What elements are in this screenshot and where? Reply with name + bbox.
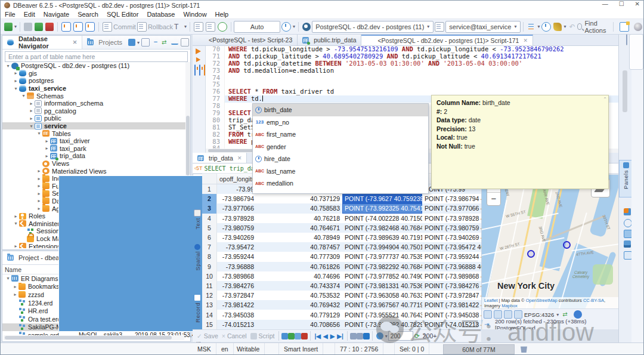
result-view-tab-spatial[interactable]: Spatial bbox=[193, 243, 202, 286]
panels-tab[interactable]: Panels bbox=[619, 160, 633, 197]
grid-cell[interactable]: POINT (-73.986794 40.737129) bbox=[422, 194, 481, 203]
grid-cell[interactable]: POINT (-73.977066 40.758583) bbox=[422, 203, 481, 213]
table-filter-input[interactable]: Enter a part of table name here bbox=[5, 51, 188, 62]
grid-cell[interactable]: POINT (-73.977852 40.749058) bbox=[342, 271, 422, 281]
grid-row[interactable]: 8-73.95924440.777309POINT (-73.977737 40… bbox=[202, 252, 481, 261]
refetch-icon[interactable]: ⟳ bbox=[414, 332, 422, 339]
grid-row-number[interactable]: 10 bbox=[202, 271, 217, 281]
fetch-all-icon[interactable] bbox=[357, 333, 363, 339]
minimize-panel-icon[interactable] bbox=[171, 40, 178, 45]
tree-item[interactable]: ▾PostgreSQL - db2.dev - postgres (11) bbox=[2, 62, 185, 70]
grid-cell[interactable]: -73.96888 bbox=[217, 262, 261, 271]
tree-item[interactable]: ▸postgres bbox=[2, 77, 185, 85]
tree-item[interactable]: ▾Tables bbox=[2, 129, 185, 137]
grid-cell[interactable]: POINT (-74.015213 40.708656) bbox=[422, 320, 481, 329]
explain-plan-icon[interactable] bbox=[204, 64, 205, 76]
rollback-icon[interactable] bbox=[137, 22, 147, 32]
twisty-icon[interactable]: ▸ bbox=[36, 183, 42, 189]
schema-combo[interactable]: service@taxi_service ▾ bbox=[445, 21, 521, 33]
save-icon[interactable] bbox=[194, 22, 203, 32]
grid-row-number[interactable]: 6 bbox=[202, 233, 217, 242]
tree-item[interactable]: ▸taxi_park bbox=[2, 145, 185, 153]
export-icon[interactable] bbox=[363, 333, 370, 339]
tree-item[interactable]: ▾Schemas bbox=[2, 92, 185, 100]
grid-row-number[interactable]: 2 bbox=[202, 194, 217, 203]
grid-cell[interactable]: 40.787457 bbox=[261, 242, 342, 252]
grid-row[interactable]: 10-73.98986840.74696POINT (-73.977852 40… bbox=[202, 271, 481, 281]
grid-row[interactable]: 6-73.94026940.78949POINT (-73.989639 40.… bbox=[202, 233, 481, 242]
grid-cell[interactable]: -73.972847 bbox=[217, 291, 261, 300]
grid-row[interactable]: 12-73.97284740.753532POINT (-73.963058 4… bbox=[202, 291, 481, 300]
grid-cell[interactable]: POINT (-73.95472 40.787457) bbox=[422, 242, 481, 252]
new-sql-editor-icon[interactable] bbox=[85, 22, 95, 32]
twisty-icon[interactable]: ▸ bbox=[13, 243, 19, 248]
autocomplete-item[interactable]: 123emp_no bbox=[253, 116, 428, 129]
close-icon[interactable]: ✕ bbox=[237, 155, 242, 161]
memory-indicator[interactable]: 60M of 77M bbox=[443, 344, 515, 354]
twisty-icon[interactable]: ▾ bbox=[20, 93, 27, 98]
dbeaver-globe-icon[interactable] bbox=[634, 23, 642, 31]
tx-history-icon[interactable] bbox=[281, 22, 291, 32]
grid-cell[interactable]: 40.76218 bbox=[261, 214, 342, 223]
twisty-icon[interactable]: ▾ bbox=[28, 124, 35, 129]
twisty-icon[interactable]: ▾ bbox=[13, 86, 19, 91]
close-button[interactable]: ✕ bbox=[635, 1, 640, 7]
twisty-icon[interactable]: ▸ bbox=[36, 168, 42, 174]
epsg-dropdown[interactable]: ▾ bbox=[556, 312, 559, 317]
result-view-tab-text[interactable]: Text bbox=[193, 208, 202, 240]
twisty-icon[interactable]: ▸ bbox=[36, 198, 42, 203]
execute-script-icon[interactable] bbox=[194, 64, 196, 76]
grid-cell[interactable]: -73.95472 bbox=[217, 242, 261, 252]
format-dropdown[interactable]: ▾ bbox=[564, 24, 566, 29]
execute-script-new-icon[interactable] bbox=[199, 64, 200, 76]
twisty-icon[interactable]: ▸ bbox=[28, 116, 35, 121]
grid-cell[interactable]: POINT (-73.992325 40.754128) bbox=[342, 203, 422, 213]
editor-tab[interactable]: <PostgreSQL - db2.dev - postgres (11)> S… bbox=[361, 35, 533, 45]
grid-row-number[interactable]: 14 bbox=[202, 310, 217, 319]
grid-row-number[interactable]: 4 bbox=[202, 214, 217, 223]
grid-row[interactable]: 2-73.98679440.737129POINT (-73.9627 40.7… bbox=[202, 194, 481, 203]
epsg-combo[interactable]: EPSG:4326 bbox=[524, 311, 554, 318]
grid-cell[interactable]: -73.989868 bbox=[217, 271, 261, 281]
twisty-icon[interactable]: ▸ bbox=[12, 284, 18, 289]
grid-cell[interactable]: POINT (-73.959244 40.777309) bbox=[422, 252, 481, 261]
grid-cell[interactable]: -73.977066 bbox=[217, 203, 261, 213]
grid-cell[interactable]: POINT (-73.981331 40.753639) bbox=[342, 281, 422, 291]
copy-row-icon[interactable] bbox=[295, 333, 301, 339]
tree-item[interactable]: Views bbox=[2, 160, 185, 168]
grid-row-number[interactable]: 13 bbox=[202, 300, 217, 310]
grid-cell[interactable]: POINT (-73.994904 40.750164) bbox=[342, 242, 422, 252]
grid-cell[interactable]: -73.986794 bbox=[217, 194, 261, 203]
grid-row-number[interactable]: 12 bbox=[202, 291, 217, 300]
result-grid[interactable]: opoff_longitude 1-73.99POINT (-73.992-73… bbox=[202, 174, 481, 330]
twisty-icon[interactable]: ▸ bbox=[12, 292, 18, 297]
grid-row-number[interactable]: 11 bbox=[202, 281, 217, 291]
grid-row-number[interactable]: 3 bbox=[202, 203, 217, 213]
script-button[interactable]: Script bbox=[250, 332, 275, 339]
menu-search[interactable]: Search bbox=[73, 11, 103, 18]
tree-item[interactable]: ▾taxi_service bbox=[2, 85, 185, 92]
grid-cell[interactable]: 40.761826 bbox=[261, 262, 342, 271]
tab-projects[interactable]: Projects bbox=[82, 36, 127, 49]
spatial-map-panel[interactable]: BROADWPARK AVE2ND AVEW 55TH ST3RD AVE47T… bbox=[481, 175, 618, 329]
disconnect-icon[interactable] bbox=[45, 23, 54, 31]
menu-sql-editor[interactable]: SQL Editor bbox=[103, 11, 143, 18]
menu-window[interactable]: Window bbox=[179, 11, 210, 18]
edit-row-icon[interactable] bbox=[281, 333, 288, 339]
twisty-icon[interactable]: ▾ bbox=[5, 276, 11, 281]
twisty-icon[interactable]: ▸ bbox=[44, 146, 50, 151]
grid-cell[interactable]: POINT (-73.967567 40.771973) bbox=[342, 300, 422, 310]
grid-cell[interactable]: POINT (-73.963058 40.763348) bbox=[342, 291, 422, 300]
twisty-icon[interactable]: ▸ bbox=[44, 138, 50, 144]
map-print-icon[interactable] bbox=[514, 310, 522, 319]
result-view-tab-record[interactable]: Record bbox=[193, 293, 202, 332]
last-row-icon[interactable]: ▶| bbox=[337, 333, 343, 339]
code-line[interactable]: 74 bbox=[206, 75, 618, 82]
delete-row-icon[interactable] bbox=[301, 333, 308, 339]
grid-cell[interactable]: -73.980759 bbox=[217, 223, 261, 233]
save-button[interactable]: ✓Save bbox=[197, 332, 218, 339]
minimize-button[interactable]: — bbox=[602, 1, 608, 7]
perspective-icon[interactable] bbox=[620, 22, 629, 32]
grid-cell[interactable]: -73.984276 bbox=[217, 281, 261, 291]
tree-item[interactable]: ▸public bbox=[2, 115, 185, 122]
